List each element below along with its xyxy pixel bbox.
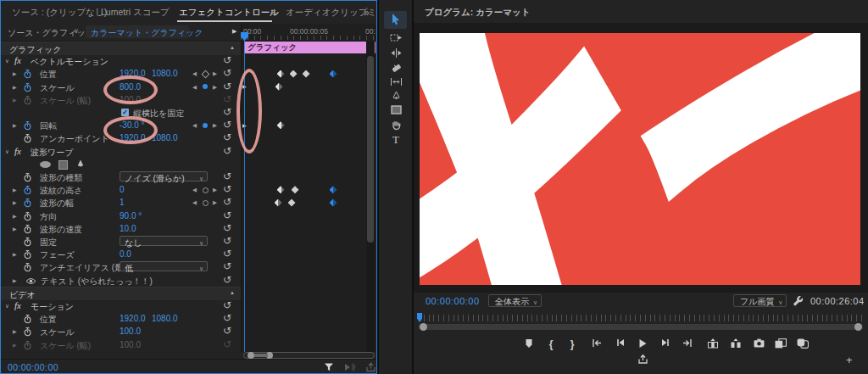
keyframe-diamond[interactable] (303, 70, 310, 78)
prev-keyframe-icon[interactable]: ◀ (192, 122, 197, 129)
keyframe-diamond[interactable] (277, 121, 285, 129)
program-zoom-handle-right[interactable] (854, 323, 862, 331)
expand-icon[interactable]: ▶ (13, 70, 17, 76)
prev-keyframe-icon[interactable]: ◀ (192, 84, 197, 91)
settings-wrench-icon[interactable] (793, 296, 804, 307)
program-timeline-ruler[interactable] (419, 315, 863, 321)
property-value[interactable]: 10.0 (120, 224, 136, 233)
go-to-out-button[interactable] (680, 338, 695, 352)
property-value[interactable]: 0.0 (120, 249, 131, 259)
expand-icon[interactable]: ▶ (13, 328, 17, 334)
property-value[interactable]: 1920.0 (120, 69, 146, 78)
reset-icon[interactable]: ↺ (223, 54, 231, 66)
reset-icon[interactable]: ↺ (223, 209, 231, 221)
pen-tool-icon[interactable] (388, 91, 403, 104)
prev-keyframe-icon[interactable]: ◀ (192, 70, 197, 77)
program-panel-menu-icon[interactable]: ≡ (504, 7, 509, 17)
reset-icon[interactable]: ↺ (223, 325, 231, 337)
razor-tool-icon[interactable] (388, 63, 403, 76)
reset-icon[interactable]: ↺ (223, 351, 231, 352)
reset-icon[interactable]: ↺ (223, 274, 231, 286)
multi-view-button[interactable] (795, 338, 810, 352)
reset-icon[interactable]: ↺ (223, 260, 231, 272)
go-to-in-button[interactable] (589, 338, 604, 352)
keyframe-track-area[interactable]: グラフィック ▶▶ (241, 42, 376, 352)
property-dropdown[interactable]: なし∨ (120, 236, 208, 246)
reset-icon[interactable]: ↺ (223, 93, 231, 105)
mark-in-button[interactable]: { (543, 338, 559, 352)
playback-quality-select[interactable]: フル画質∨ (733, 294, 787, 307)
prev-keyframe-icon[interactable]: ◀ (192, 199, 197, 206)
property-value[interactable]: 100.0 (120, 327, 141, 336)
reset-icon[interactable]: ↺ (223, 131, 231, 143)
tab-overflow-icon[interactable]: » (364, 7, 370, 19)
keyframe-diamond[interactable] (290, 70, 298, 78)
effect-name[interactable]: 波形ワープ (31, 147, 73, 159)
play-button[interactable] (635, 338, 650, 352)
expand-icon[interactable]: ▶ (13, 226, 17, 232)
effect-name[interactable]: モーション (31, 301, 74, 313)
add-keyframe-icon[interactable] (203, 200, 209, 206)
next-keyframe-icon[interactable]: ▶ (213, 187, 217, 193)
ellipse-mask-icon[interactable] (40, 161, 51, 168)
reset-icon[interactable]: ↺ (223, 248, 231, 260)
keyframe-diamond[interactable] (275, 83, 283, 91)
ripple-edit-tool-icon[interactable] (388, 48, 403, 62)
reset-icon[interactable]: ↺ (223, 81, 231, 92)
collapse-up-icon[interactable]: ▲ (230, 290, 235, 295)
filter-icon[interactable] (324, 363, 334, 371)
mark-out-button[interactable]: } (565, 338, 580, 352)
property-value-2[interactable]: 1080.0 (152, 133, 178, 142)
property-value[interactable]: 1 (120, 198, 125, 207)
property-value[interactable]: 1920.0 (120, 314, 146, 323)
type-tool-icon[interactable]: T (388, 134, 403, 148)
prev-keyframe-icon[interactable]: ◀ (192, 187, 197, 193)
program-zoom-handle-left[interactable] (420, 323, 427, 331)
add-keyframe-icon[interactable] (203, 123, 208, 128)
twirl-open-icon[interactable]: ∨ (5, 58, 9, 64)
text-layer-label[interactable]: テキスト (やられたっっ！！) (41, 276, 153, 287)
expand-icon[interactable]: ▶ (13, 277, 17, 283)
vertical-scrollbar-thumb[interactable] (367, 56, 374, 243)
tab-lumetri-scopes[interactable]: Lumetri スコープ (101, 7, 170, 19)
reset-icon[interactable]: ↺ (223, 235, 231, 247)
property-value-2[interactable]: 1080.0 (152, 69, 178, 78)
step-forward-button[interactable] (658, 338, 673, 352)
fx-badge[interactable]: fx (14, 146, 21, 156)
expand-icon[interactable]: ▶ (13, 199, 17, 205)
program-zoom-scrollbar[interactable] (419, 324, 863, 330)
reset-icon[interactable]: ↺ (223, 312, 231, 324)
slip-tool-icon[interactable] (388, 77, 403, 91)
property-dropdown[interactable]: ノイズ (滑らか)∨ (120, 171, 208, 181)
reset-icon[interactable]: ↺ (223, 67, 231, 79)
reset-icon[interactable]: ↺ (223, 106, 231, 118)
next-keyframe-icon[interactable]: ▶ (213, 84, 217, 91)
track-select-forward-tool-icon[interactable] (388, 33, 403, 47)
rectangle-mask-icon[interactable] (58, 160, 68, 170)
add-marker-button[interactable] (521, 338, 537, 352)
extract-button[interactable] (728, 338, 743, 352)
property-value[interactable]: 90.0 ° (120, 211, 142, 220)
tab-effect-controls[interactable]: エフェクトコントロール (179, 7, 279, 19)
expand-icon[interactable]: ▶ (13, 251, 17, 257)
add-keyframe-icon[interactable] (203, 187, 209, 193)
property-value[interactable]: 1920.0 (120, 133, 146, 142)
reset-icon[interactable]: ↺ (223, 196, 231, 208)
play-audio-icon[interactable] (344, 363, 356, 371)
keyframe-diamond[interactable] (330, 186, 337, 193)
property-value-2[interactable]: 1080.0 (152, 314, 178, 323)
expand-icon[interactable]: ▶ (13, 187, 17, 193)
next-keyframe-icon[interactable]: ▶ (213, 70, 217, 77)
play-arrow-icon[interactable]: ▶ (232, 28, 236, 35)
effect-name[interactable]: ベクトルモーション (31, 56, 108, 68)
expand-icon[interactable]: ▶ (13, 122, 17, 128)
property-value[interactable]: 100.0 (120, 95, 141, 104)
timeline-zoom-scrollbar[interactable] (243, 352, 375, 359)
keyframe-diamond[interactable] (292, 186, 299, 193)
property-value[interactable]: 800.0 (120, 82, 141, 92)
property-dropdown[interactable]: 低∨ (120, 261, 208, 271)
zoom-level-select[interactable]: 全体表示∨ (488, 294, 542, 307)
step-back-button[interactable] (613, 338, 628, 352)
current-timecode[interactable]: 00:00:00:00 (8, 362, 58, 372)
reset-icon[interactable]: ↺ (223, 338, 231, 350)
